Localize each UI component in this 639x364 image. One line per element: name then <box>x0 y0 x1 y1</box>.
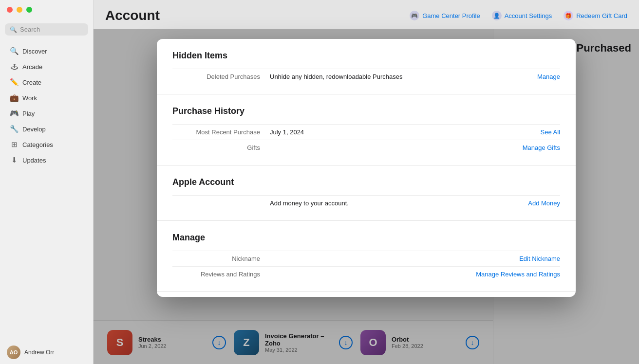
manage-section: Manage Nickname Edit Nickname Reviews an… <box>157 220 576 291</box>
sidebar-item-play[interactable]: 🎮 Play <box>3 106 90 121</box>
content-area: Purchased Hidden Items Deleted Purchases… <box>94 29 639 364</box>
most-recent-label: Most Recent Purchase <box>172 128 270 136</box>
user-name: Andrew Orr <box>24 349 54 356</box>
sidebar: 🔍 Search 🔍 Discover 🕹 Arcade ✏️ Create 💼… <box>0 0 94 364</box>
deleted-purchases-label: Deleted Purchases <box>172 73 270 80</box>
search-label: Search <box>20 26 40 33</box>
sidebar-item-label: Discover <box>22 48 47 55</box>
categories-icon: ⊞ <box>10 140 19 149</box>
develop-icon: 🔧 <box>10 125 19 133</box>
sidebar-item-develop[interactable]: 🔧 Develop <box>3 122 90 136</box>
apple-account-section: Apple Account Add money to your account.… <box>157 165 576 220</box>
maximize-button[interactable] <box>26 7 32 13</box>
sidebar-item-label: Play <box>22 110 35 117</box>
avatar: AO <box>7 346 20 359</box>
gifts-row: Gifts Manage Gifts <box>172 140 560 155</box>
see-all-button[interactable]: See All <box>541 128 560 136</box>
minimize-button[interactable] <box>17 7 22 13</box>
close-button[interactable] <box>7 7 13 13</box>
purchase-history-section: Purchase History Most Recent Purchase Ju… <box>157 94 576 165</box>
arcade-icon: 🕹 <box>10 62 19 71</box>
play-icon: 🎮 <box>10 109 19 118</box>
updates-icon: ⬇ <box>10 156 19 164</box>
reviews-ratings-row: Reviews and Ratings Manage Reviews and R… <box>172 266 560 282</box>
sidebar-item-label: Categories <box>22 141 53 148</box>
deleted-purchases-row: Deleted Purchases Unhide any hidden, red… <box>172 69 560 84</box>
sidebar-item-label: Work <box>22 94 37 102</box>
sidebar-item-arcade[interactable]: 🕹 Arcade <box>3 59 90 74</box>
redeem-gift-card-button[interactable]: 🎁 Redeem Gift Card <box>564 11 627 20</box>
sidebar-item-label: Create <box>22 79 41 86</box>
edit-nickname-button[interactable]: Edit Nickname <box>519 255 560 262</box>
redeem-icon: 🎁 <box>564 11 573 20</box>
work-icon: 💼 <box>10 93 19 102</box>
traffic-lights <box>7 7 32 13</box>
sidebar-item-label: Updates <box>22 157 46 164</box>
game-center-label: Game Center Profile <box>422 12 480 19</box>
manage-gifts-button[interactable]: Manage Gifts <box>523 144 560 151</box>
modal-footer: Done <box>157 291 576 297</box>
sidebar-item-categories[interactable]: ⊞ Categories <box>3 137 90 152</box>
discover-icon: 🔍 <box>10 47 19 55</box>
redeem-label: Redeem Gift Card <box>576 12 627 19</box>
sidebar-item-create[interactable]: ✏️ Create <box>3 75 90 90</box>
account-settings-label: Account Settings <box>505 12 552 19</box>
create-icon: ✏️ <box>10 78 19 87</box>
account-settings-icon: 👤 <box>492 11 502 20</box>
game-center-button[interactable]: 🎮 Game Center Profile <box>410 11 480 20</box>
search-icon: 🔍 <box>10 26 17 33</box>
deleted-purchases-value: Unhide any hidden, redownloadable Purcha… <box>270 73 537 80</box>
purchase-history-title: Purchase History <box>172 106 560 116</box>
sidebar-item-work[interactable]: 💼 Work <box>3 91 90 105</box>
hidden-items-section: Hidden Items Deleted Purchases Unhide an… <box>157 39 576 94</box>
add-money-button[interactable]: Add Money <box>528 200 560 207</box>
header: Account 🎮 Game Center Profile 👤 Account … <box>94 0 639 29</box>
page-title: Account <box>105 8 160 23</box>
sidebar-item-label: Develop <box>22 126 46 133</box>
nickname-row: Nickname Edit Nickname <box>172 251 560 266</box>
account-settings-button[interactable]: 👤 Account Settings <box>492 11 552 20</box>
sidebar-item-label: Arcade <box>22 63 42 71</box>
most-recent-purchase-row: Most Recent Purchase July 1, 2024 See Al… <box>172 124 560 140</box>
manage-title: Manage <box>172 233 560 243</box>
manage-reviews-button[interactable]: Manage Reviews and Ratings <box>476 271 560 278</box>
header-actions: 🎮 Game Center Profile 👤 Account Settings… <box>410 11 627 20</box>
manage-deleted-button[interactable]: Manage <box>537 73 560 80</box>
user-profile-row[interactable]: AO Andrew Orr <box>0 341 93 364</box>
account-modal: Hidden Items Deleted Purchases Unhide an… <box>157 39 576 297</box>
add-money-value: Add money to your account. <box>270 200 528 207</box>
game-center-icon: 🎮 <box>410 11 419 20</box>
modal-overlay: Hidden Items Deleted Purchases Unhide an… <box>94 29 639 364</box>
nickname-label: Nickname <box>172 255 270 262</box>
main-content: Account 🎮 Game Center Profile 👤 Account … <box>94 0 639 364</box>
hidden-items-title: Hidden Items <box>172 51 560 61</box>
add-money-row: Add money to your account. Add Money <box>172 195 560 211</box>
reviews-ratings-label: Reviews and Ratings <box>172 271 270 278</box>
most-recent-value: July 1, 2024 <box>270 128 541 136</box>
gifts-label: Gifts <box>172 144 270 151</box>
search-box[interactable]: 🔍 Search <box>5 23 88 36</box>
sidebar-item-discover[interactable]: 🔍 Discover <box>3 44 90 58</box>
sidebar-item-updates[interactable]: ⬇ Updates <box>3 153 90 167</box>
apple-account-title: Apple Account <box>172 177 560 187</box>
